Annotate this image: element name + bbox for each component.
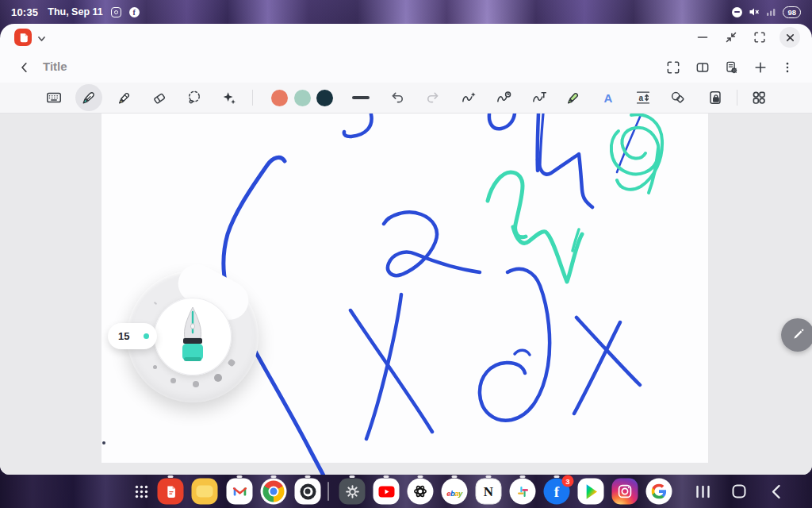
app-instagram[interactable] (612, 479, 638, 505)
mute-icon (749, 6, 760, 17)
toolbar-divider (252, 90, 253, 106)
gesture-ai-tool[interactable] (455, 84, 482, 111)
size-dot[interactable] (193, 381, 199, 387)
green-marker-tool[interactable] (560, 84, 587, 111)
running-indicator (168, 475, 174, 478)
stroke-width-tool[interactable] (347, 84, 374, 111)
gesture-history-tool[interactable] (490, 84, 517, 111)
nav-back-button[interactable] (763, 479, 789, 505)
text-size-tool[interactable]: a (630, 84, 657, 111)
pencil-icon (790, 327, 806, 343)
fountain-pen-nib-icon (175, 306, 210, 366)
taskbar-divider (327, 482, 329, 501)
redo-button[interactable] (419, 84, 446, 111)
app-camera[interactable] (295, 479, 321, 505)
eraser-tool[interactable] (146, 84, 173, 111)
app-notion[interactable]: N (476, 479, 502, 505)
more-tools-grid[interactable] (745, 84, 772, 111)
signal-icon (766, 7, 776, 17)
app-slack[interactable] (510, 479, 536, 505)
window-titlebar (0, 24, 812, 51)
status-bar: 10:35 Thu, Sep 11 f 98 (0, 0, 812, 24)
facebook-notification-icon: f (129, 7, 140, 17)
keyboard-tool[interactable] (40, 84, 67, 111)
size-dot[interactable] (153, 365, 157, 369)
toolbar-divider (737, 90, 737, 106)
running-indicator (486, 475, 492, 478)
document-title[interactable]: Title (43, 60, 67, 73)
blue-pen-strokes (224, 114, 641, 475)
pen-size-number: 15 (118, 330, 129, 342)
battery-indicator: 98 (783, 6, 801, 18)
pen-tool-selected[interactable] (75, 84, 102, 111)
floating-pen-button[interactable] (781, 318, 812, 352)
app-menu-chevron-down-icon[interactable] (36, 33, 47, 47)
app-settings[interactable] (339, 479, 366, 505)
size-dot[interactable] (227, 358, 236, 367)
nav-recents-button[interactable] (690, 479, 716, 505)
clock: 10:35 (11, 6, 38, 18)
page-settings-button[interactable] (721, 57, 741, 78)
facebook-notification-badge: 3 (562, 475, 574, 487)
dial-tick (154, 302, 157, 305)
running-indicator (271, 475, 277, 478)
app-window: Title (0, 24, 812, 475)
ai-sparkles-tool[interactable] (216, 84, 243, 111)
lasso-tool[interactable] (181, 84, 208, 111)
nav-home-button[interactable] (726, 479, 753, 505)
fullscreen-button[interactable] (663, 57, 684, 78)
split-view-button[interactable] (692, 57, 713, 78)
do-not-disturb-icon (732, 7, 742, 17)
running-indicator (452, 475, 458, 478)
app-youtube[interactable] (373, 479, 400, 505)
drawing-canvas[interactable]: 15 (0, 114, 812, 475)
stray-ink-dot (102, 441, 105, 444)
document-bar: Title (0, 51, 812, 83)
app-ebay[interactable]: ebay (442, 479, 468, 505)
running-indicator (554, 475, 560, 478)
size-dot[interactable] (214, 374, 222, 382)
color-swatch-navy[interactable] (311, 84, 338, 111)
ebay-wordmark: ebay (446, 484, 462, 498)
app-logo-icon[interactable] (14, 29, 32, 46)
screen-capture-icon (111, 7, 121, 17)
taskbar: M ebay N f 3 G (0, 475, 812, 508)
app-flexcil[interactable] (158, 479, 184, 505)
running-indicator (305, 475, 311, 478)
pen-size-value: 15 (108, 323, 157, 349)
app-yellow-folder[interactable] (192, 479, 218, 505)
running-indicator (350, 475, 355, 478)
highlighter-tool[interactable] (111, 84, 138, 111)
running-indicator (418, 475, 423, 478)
add-page-button[interactable] (750, 57, 771, 78)
app-gmail[interactable]: M (227, 479, 253, 505)
restore-window-button[interactable] (722, 28, 741, 47)
pen-toolbar: A a (0, 83, 812, 114)
close-button[interactable] (779, 27, 800, 48)
running-indicator (237, 475, 243, 478)
page-lock-tool[interactable] (702, 84, 729, 111)
back-button[interactable] (14, 57, 35, 78)
shapes-tool[interactable] (665, 84, 691, 111)
size-dot[interactable] (170, 378, 176, 383)
facebook-letter: f (554, 483, 559, 500)
app-drawer-button[interactable] (128, 479, 155, 505)
date: Thu, Sep 11 (48, 6, 102, 17)
gesture-text-tool[interactable] (526, 84, 553, 111)
minimize-button[interactable] (693, 28, 712, 47)
maximize-button[interactable] (750, 28, 769, 47)
app-play-store[interactable] (578, 479, 604, 505)
running-indicator (384, 475, 389, 478)
text-recognition-tool[interactable]: A (595, 84, 622, 111)
notion-letter: N (484, 483, 493, 499)
app-chrome[interactable] (261, 479, 287, 505)
tablet-screen: { "status_bar": { "time": "10:35", "date… (0, 0, 812, 508)
more-menu-button[interactable] (777, 57, 798, 78)
running-indicator (520, 475, 526, 478)
app-facebook[interactable]: f 3 (544, 479, 570, 505)
svg-text:a: a (639, 94, 644, 102)
app-google[interactable]: G (646, 479, 672, 505)
undo-button[interactable] (384, 84, 411, 111)
app-chatgpt[interactable] (408, 479, 434, 505)
dial-pen-preview (154, 298, 232, 375)
